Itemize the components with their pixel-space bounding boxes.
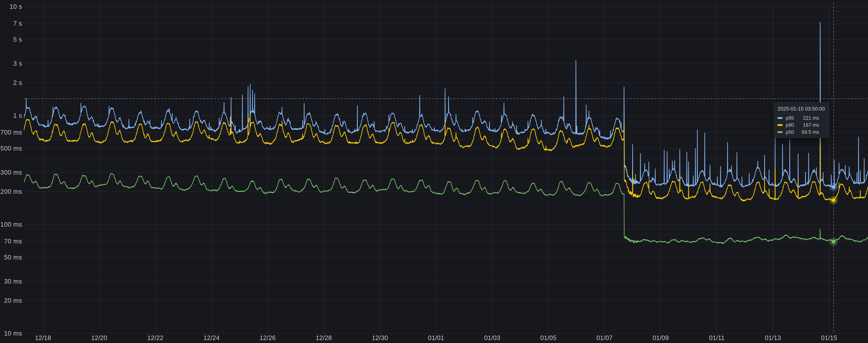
y-tick-label: 3 s xyxy=(0,60,22,67)
tooltip-series-value: 221 ms xyxy=(803,115,819,121)
p90-series-swatch xyxy=(777,124,783,126)
latency-percentiles-panel: 10 s7 s5 s3 s2 s1 s700 ms500 ms300 ms200… xyxy=(0,0,868,343)
x-tick-label: 12/28 xyxy=(308,334,339,342)
y-tick-label: 50 ms xyxy=(0,253,22,261)
x-tick-label: 12/24 xyxy=(196,334,227,342)
hover-tooltip: 2025-01-15 03:50:00 p95 221 ms p90 167 m… xyxy=(774,102,829,138)
x-tick-label: 01/03 xyxy=(476,334,508,342)
tooltip-row-p90: p90 167 ms xyxy=(777,121,826,128)
tooltip-timestamp: 2025-01-15 03:50:00 xyxy=(778,106,826,112)
tooltip-series-label: p95 xyxy=(786,115,802,121)
p95-series-swatch xyxy=(777,117,783,119)
tooltip-series-label: p50 xyxy=(786,129,802,135)
y-tick-label: 10 ms xyxy=(0,330,22,337)
x-tick-label: 12/18 xyxy=(27,334,59,342)
x-tick-label: 01/07 xyxy=(589,334,620,342)
tooltip-series-value: 69.5 ms xyxy=(802,129,819,135)
tooltip-row-p95: p95 221 ms xyxy=(777,115,826,121)
y-tick-label: 700 ms xyxy=(0,128,22,136)
tooltip-series-value: 167 ms xyxy=(803,122,819,128)
y-tick-label: 70 ms xyxy=(0,238,22,245)
x-tick-label: 01/11 xyxy=(701,334,733,342)
y-tick-label: 500 ms xyxy=(0,145,22,152)
tooltip-row-p50: p50 69.5 ms xyxy=(777,128,826,135)
tooltip-series-label: p90 xyxy=(786,122,802,128)
x-tick-label: 12/20 xyxy=(84,334,115,342)
timeseries-chart-canvas[interactable] xyxy=(0,0,868,343)
p50-series-swatch xyxy=(777,131,783,133)
y-tick-label: 1 s xyxy=(0,112,22,120)
x-tick-label: 01/13 xyxy=(757,334,788,342)
y-tick-label: 100 ms xyxy=(0,221,22,228)
x-tick-label: 12/26 xyxy=(252,334,283,342)
x-tick-label: 01/05 xyxy=(533,334,564,342)
y-tick-label: 7 s xyxy=(0,20,22,27)
x-tick-label: 12/30 xyxy=(364,334,396,342)
x-tick-label: 12/22 xyxy=(140,334,171,342)
y-tick-label: 2 s xyxy=(0,79,22,87)
y-tick-label: 300 ms xyxy=(0,168,22,177)
y-tick-label: 30 ms xyxy=(0,278,22,285)
y-tick-label: 5 s xyxy=(0,36,22,43)
x-tick-label: 01/09 xyxy=(645,334,676,342)
y-tick-label: 20 ms xyxy=(0,297,22,305)
x-tick-label: 01/15 xyxy=(813,334,845,342)
y-tick-label: 200 ms xyxy=(0,188,22,195)
y-tick-label: 10 s xyxy=(0,3,22,10)
x-tick-label: 01/01 xyxy=(421,334,452,342)
